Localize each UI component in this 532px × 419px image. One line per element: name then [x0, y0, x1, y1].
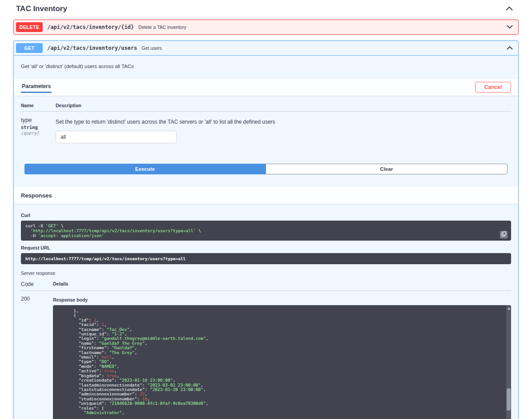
parameters-section-header: Parameters Cancel	[14, 79, 518, 96]
code-line: "id": 2,	[58, 318, 501, 322]
code-line: -H 'accept: application/json'	[25, 233, 498, 238]
parameter-location: (query)	[21, 131, 56, 136]
request-url-block: http://localhost:7777/tcmp/api/v2/tacs/i…	[21, 253, 511, 264]
details-column-header: Details	[53, 281, 511, 287]
copy-button[interactable]	[500, 231, 508, 238]
type-parameter-input[interactable]	[56, 131, 177, 143]
delete-expand-button[interactable]	[504, 22, 516, 32]
response-body-code: }, { "id": 2, "tacid": 1, "tacname": "Ta…	[58, 309, 501, 415]
code-line: "active": true,	[58, 369, 501, 373]
parameter-name: type	[21, 117, 56, 123]
code-line: "type": "DQ",	[58, 359, 501, 364]
responses-heading: Responses	[21, 190, 52, 201]
operation-description: Get 'all' or 'distinct' (default) users …	[14, 56, 518, 79]
curl-label: Curl	[21, 213, 511, 218]
responses-section-header: Responses	[14, 187, 518, 204]
code-line: "uniqueid": "21046628-9088-4fc1-8faf-9c0…	[58, 401, 501, 406]
code-line: {	[58, 313, 501, 318]
tac-inventory-section-header: TAC Inventory	[13, 0, 519, 17]
code-line: "lastname": "The Grey",	[58, 351, 501, 355]
responses-inner: Curl curl -X 'GET' \ 'http://localhost:7…	[14, 204, 518, 419]
parameter-description: Set the type to return 'distinct' users …	[56, 119, 511, 125]
get-endpoint-summary[interactable]: GET /api/v2/tacs/inventory/users Get use…	[14, 41, 518, 56]
code-line: "mode": "NAMED",	[58, 364, 501, 369]
code-line: "email": null,	[58, 355, 501, 359]
get-endpoint-path: /api/v2/tacs/inventory/users	[47, 45, 137, 51]
status-code: 200	[21, 296, 53, 419]
response-body-label: Response body	[53, 297, 511, 302]
parameters-table-header: Name Description	[21, 103, 511, 112]
scrollbar-thumb[interactable]	[507, 388, 511, 411]
description-column-header: Description	[56, 103, 511, 108]
chevron-down-icon	[506, 23, 513, 31]
server-response-label: Server response	[21, 270, 511, 276]
code-line: http://localhost:7777/tcmp/api/v2/tacs/i…	[25, 256, 507, 261]
copy-icon	[501, 231, 506, 238]
get-method-badge: GET	[16, 43, 43, 53]
delete-endpoint-description: Delete a TAC inventory	[138, 24, 186, 30]
code-line: curl -X 'GET' \	[25, 223, 498, 228]
get-endpoint-body: Get 'all' or 'distinct' (default) users …	[14, 56, 518, 419]
parameter-name-cell: type string (query)	[21, 117, 56, 143]
clear-button[interactable]: Clear	[266, 164, 508, 174]
curl-code: curl -X 'GET' \ 'http://localhost:7777/t…	[25, 223, 498, 238]
parameter-type: string	[21, 125, 56, 130]
code-line: "Administrator",	[58, 411, 501, 415]
delete-endpoint-path: /api/v2/tacs/inventory/{id}	[47, 24, 134, 30]
parameter-description-cell: Set the type to return 'distinct' users …	[56, 117, 511, 143]
request-url-label: Request URL	[21, 245, 511, 250]
delete-endpoint-block: DELETE /api/v2/tacs/inventory/{id} Delet…	[13, 20, 519, 35]
code-line: },	[58, 309, 501, 313]
tab-parameters[interactable]: Parameters	[21, 81, 52, 93]
name-column-header: Name	[21, 103, 56, 108]
response-table-header: Code Details	[21, 278, 511, 291]
get-endpoint-description: Get users	[141, 45, 162, 51]
get-endpoint-block: GET /api/v2/tacs/inventory/users Get use…	[13, 40, 519, 419]
chevron-up-icon	[505, 6, 513, 12]
execute-button[interactable]: Execute	[24, 164, 266, 174]
code-column-header: Code	[21, 281, 53, 287]
response-details-cell: Response body }, { "id": 2, "tacid": 1, …	[53, 296, 511, 419]
section-title: TAC Inventory	[16, 4, 67, 13]
section-collapse-button[interactable]	[503, 5, 516, 13]
execute-wrapper: Execute Clear	[14, 164, 518, 174]
swagger-page: TAC Inventory DELETE /api/v2/tacs/invent…	[0, 0, 532, 419]
delete-endpoint-summary[interactable]: DELETE /api/v2/tacs/inventory/{id} Delet…	[14, 20, 518, 34]
get-collapse-button[interactable]	[504, 43, 516, 53]
curl-command-block: curl -X 'GET' \ 'http://localhost:7777/t…	[21, 221, 511, 241]
chevron-up-icon	[506, 44, 513, 52]
scrollbar-up-arrow-icon[interactable]	[508, 307, 510, 310]
code-line: "roles": [	[58, 406, 501, 411]
response-body-scrollbar[interactable]	[506, 305, 511, 419]
code-line: 'http://localhost:7777/tcmp/api/v2/tacs/…	[25, 228, 498, 233]
parameter-row: type string (query) Set the type to retu…	[21, 112, 511, 143]
parameters-table: Name Description type string (query) Set…	[14, 96, 518, 143]
request-url-code: http://localhost:7777/tcmp/api/v2/tacs/i…	[25, 256, 507, 261]
response-row: 200 Response body }, { "id": 2, "tacid":…	[21, 291, 511, 419]
cancel-button[interactable]: Cancel	[475, 82, 511, 93]
response-body-block: }, { "id": 2, "tacid": 1, "tacname": "Ta…	[53, 305, 511, 419]
delete-method-badge: DELETE	[16, 22, 43, 32]
